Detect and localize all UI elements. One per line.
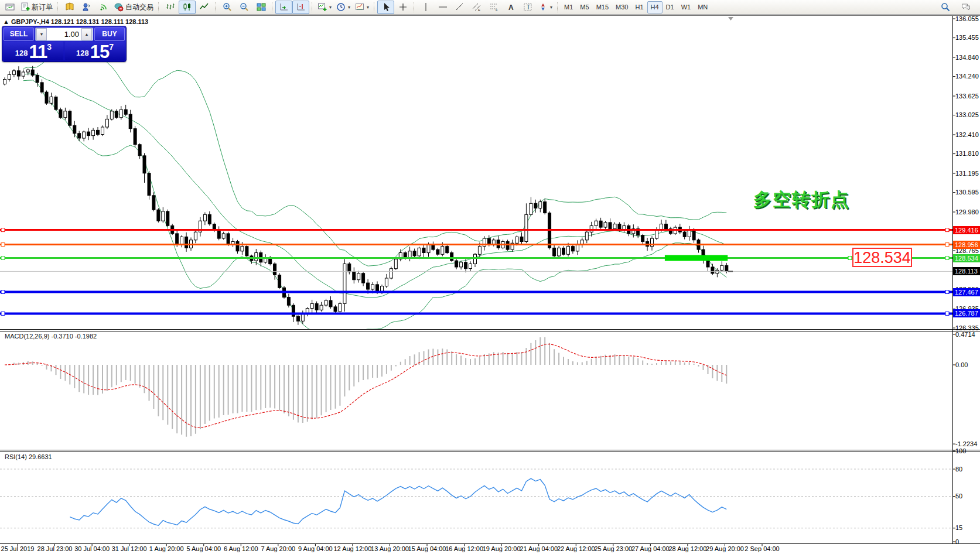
price-axis-label: 134.840 bbox=[955, 54, 980, 61]
line-handle-marker[interactable] bbox=[945, 312, 949, 315]
price-axis-label: 131.810 bbox=[955, 150, 980, 158]
line-handle-marker[interactable] bbox=[1, 312, 5, 315]
price-axis-label: 134.240 bbox=[955, 73, 980, 80]
price-axis-label: 136.055 bbox=[955, 15, 980, 23]
price-tag-128.534: 128.534 bbox=[953, 254, 980, 262]
sell-button[interactable]: SELL bbox=[4, 28, 34, 41]
bid-price-button[interactable]: 128 11 3 bbox=[4, 42, 63, 60]
mt4-terminal: 新订单自动交易▾▾▾EFAT▾M1M5M15M30H1H4D1W1MN ▲ GB… bbox=[0, 0, 980, 554]
price-axis-label: 129.980 bbox=[955, 208, 980, 216]
macd-axis-label: 0.00 bbox=[955, 361, 980, 369]
price-tag-126.787: 126.787 bbox=[953, 309, 980, 317]
rsi-axis-label: 0 bbox=[955, 538, 980, 546]
line-handle-marker[interactable] bbox=[945, 290, 949, 294]
rsi-indicator-label: RSI(14) 29.6631 bbox=[5, 453, 52, 460]
price-axis-label: 135.455 bbox=[955, 34, 980, 42]
rsi-axis-label: 100 bbox=[955, 447, 980, 455]
price-axis-label: 131.195 bbox=[955, 170, 980, 177]
current-price-tag: 128.113 bbox=[953, 267, 980, 275]
symbol-title: GBPJPY-,H4 bbox=[11, 18, 49, 25]
price-axis-label: 132.410 bbox=[955, 131, 980, 139]
line-handle-marker[interactable] bbox=[848, 257, 852, 260]
highlight-zone-segment[interactable] bbox=[665, 255, 728, 261]
symbol-quotes: 128.121 128.131 128.111 128.113 bbox=[51, 18, 148, 25]
buy-button[interactable]: BUY bbox=[94, 28, 125, 41]
ask-prefix: 128 bbox=[76, 49, 89, 57]
bid-big-digits: 11 bbox=[29, 44, 47, 60]
ask-pip-sup: 7 bbox=[109, 42, 114, 52]
bid-pip-sup: 3 bbox=[47, 42, 52, 52]
line-handle-marker[interactable] bbox=[1, 228, 5, 232]
bid-prefix: 128 bbox=[15, 49, 28, 57]
rsi-axis-label: 50 bbox=[955, 493, 980, 500]
line-handle-marker[interactable] bbox=[1, 243, 5, 247]
chart-canvas[interactable] bbox=[0, 0, 980, 554]
ask-price-button[interactable]: 128 15 7 bbox=[65, 42, 125, 60]
collapse-triangle-icon[interactable]: ▲ bbox=[3, 18, 9, 25]
volume-increase-button[interactable]: ▲ bbox=[81, 28, 92, 40]
volume-decrease-button[interactable]: ▼ bbox=[36, 28, 47, 40]
price-tag-127.467: 127.467 bbox=[953, 288, 980, 296]
price-tag-129.416: 129.416 bbox=[953, 226, 980, 234]
price-level-box[interactable]: 128.534 bbox=[852, 248, 912, 267]
line-handle-marker[interactable] bbox=[1, 290, 5, 294]
volume-spinner: ▼ 1.00 ▲ bbox=[35, 28, 93, 41]
volume-input[interactable]: 1.00 bbox=[47, 30, 81, 39]
price-axis-label: 133.625 bbox=[955, 93, 980, 100]
price-tag-128.956: 128.956 bbox=[953, 241, 980, 249]
price-axis-label: 130.595 bbox=[955, 189, 980, 196]
symbol-info-bar: ▲ GBPJPY-,H4 128.121 128.131 128.111 128… bbox=[3, 18, 148, 25]
pivot-annotation-text: 多空转折点 bbox=[753, 187, 850, 212]
line-handle-marker[interactable] bbox=[945, 257, 949, 260]
macd-axis-label: 0.4714 bbox=[955, 331, 980, 338]
time-axis-label: 2 Sep 04:00 bbox=[736, 545, 788, 552]
line-handle-marker[interactable] bbox=[945, 243, 949, 247]
line-handle-marker[interactable] bbox=[1, 257, 5, 260]
rsi-axis-label: 15 bbox=[955, 524, 980, 532]
line-handle-marker[interactable] bbox=[945, 228, 949, 232]
one-click-trading-panel: SELL ▼ 1.00 ▲ BUY 128 11 3 128 15 7 bbox=[2, 26, 127, 62]
price-axis-label: 133.025 bbox=[955, 111, 980, 119]
macd-indicator-label: MACD(12,26,9) -0.3710 -0.1982 bbox=[5, 333, 97, 340]
ask-big-digits: 15 bbox=[90, 44, 109, 60]
rsi-axis-label: 80 bbox=[955, 466, 980, 473]
